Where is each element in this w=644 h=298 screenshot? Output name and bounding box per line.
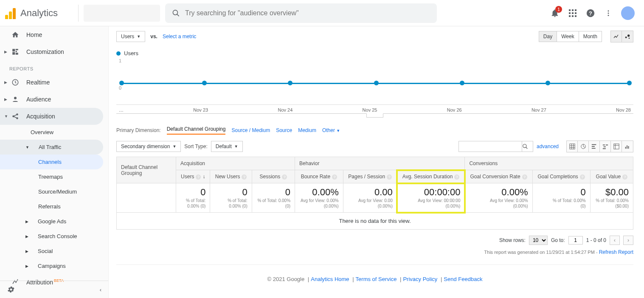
secondary-dimension-dropdown[interactable]: Secondary dimension▼ [116,141,181,152]
data-table: Default Channel Grouping Acquisition Beh… [116,157,633,213]
dim-other[interactable]: Other ▼ [322,127,340,133]
caret-icon: ▶ [4,97,8,101]
nav-channels[interactable]: Channels [0,155,103,169]
dim-source[interactable]: Source [276,127,292,133]
svg-point-15 [608,14,609,16]
svg-rect-9 [572,15,574,17]
nav-all-traffic[interactable]: ▼All Traffic [0,140,103,155]
footer-privacy[interactable]: Privacy Policy [403,276,437,282]
chart-line-button[interactable] [611,31,622,42]
nav-acquisition[interactable]: ▼ Acquisition [0,108,103,125]
logo[interactable]: Analytics [5,7,73,19]
caret-icon: ▶ [25,249,28,253]
primary-dimension-row: Primary Dimension: Default Channel Group… [116,126,633,135]
svg-rect-49 [625,147,626,149]
col-bounce-rate[interactable]: Bounce Rate? [295,170,343,183]
reports-header: REPORTS [0,60,108,74]
footer-analytics-home[interactable]: Analytics Home [311,276,349,282]
refresh-report-link[interactable]: Refresh Report [599,249,633,255]
chart-motion-button[interactable] [622,31,633,42]
next-page-button[interactable]: › [623,236,633,245]
vs-label: vs. [150,34,157,39]
col-avg-session-duration[interactable]: Avg. Session Duration? [397,170,465,183]
nav-source-medium[interactable]: Source/Medium [0,184,108,199]
col-new-users[interactable]: New Users? [210,170,252,183]
nav-referrals[interactable]: Referrals [0,199,108,214]
svg-rect-41 [591,148,595,149]
row-dimension-header[interactable]: Default Channel Grouping [117,157,176,183]
svg-line-1 [177,14,179,16]
collapse-sidebar-button[interactable]: ‹ [100,287,101,293]
caret-icon: ▶ [25,264,28,268]
svg-point-13 [608,10,609,11]
footer-terms[interactable]: Terms of Service [356,276,397,282]
col-sessions[interactable]: Sessions? [252,170,295,183]
table-search-button[interactable] [522,141,533,152]
caret-icon: ▶ [4,80,8,84]
dim-default-channel[interactable]: Default Channel Grouping [167,126,226,135]
caret-down-icon: ▼ [4,114,8,118]
gear-icon[interactable] [7,285,15,294]
nav-social[interactable]: ▶Social [0,244,108,259]
select-metric-link[interactable]: Select a metric [163,34,196,39]
view-pivot-button[interactable] [611,141,622,152]
nav-search-console[interactable]: ▶Search Console [0,229,108,244]
col-users[interactable]: Users?↓ [176,170,210,183]
users-chart[interactable]: 1 0 [116,58,633,105]
footer-feedback[interactable]: Send Feedback [444,276,482,282]
chart-resize-handle[interactable] [116,113,633,118]
user-avatar[interactable] [621,6,635,20]
more-button[interactable] [603,8,613,18]
search-input[interactable] [185,9,430,17]
svg-rect-45 [602,148,605,149]
range-week[interactable]: Week [557,31,579,42]
clock-icon [11,78,20,87]
svg-point-25 [17,118,18,119]
view-cloud-button[interactable] [622,141,633,152]
view-pie-button[interactable] [578,141,589,152]
group-acquisition: Acquisition [176,157,295,170]
svg-rect-5 [569,12,571,14]
apps-button[interactable] [568,8,578,18]
view-table-button[interactable] [567,141,578,152]
caret-down-icon: ▼ [172,144,176,149]
nav-audience[interactable]: ▶ Audience [0,91,108,108]
dim-medium[interactable]: Medium [298,127,316,133]
advanced-link[interactable]: advanced [537,143,559,149]
prev-page-button[interactable]: ‹ [610,236,620,245]
svg-line-32 [526,147,528,149]
nav-treemaps[interactable]: Treemaps [0,169,108,184]
view-performance-button[interactable] [589,141,600,152]
sidebar: Home ▶ Customization REPORTS ▶ Realtime … [0,26,109,298]
nav-realtime[interactable]: ▶ Realtime [0,74,108,91]
svg-rect-50 [627,145,627,149]
col-goal-conversion-rate[interactable]: Goal Conversion Rate? [465,170,532,183]
svg-point-24 [17,114,18,115]
nav-google-ads[interactable]: ▶Google Ads [0,214,108,229]
nav-home[interactable]: Home [0,26,108,43]
nav-campaigns[interactable]: ▶Campaigns [0,259,108,273]
sort-type-label: Sort Type: [184,143,207,149]
table-search-input[interactable] [458,141,522,152]
nav-overview[interactable]: Overview [0,125,108,140]
col-goal-value[interactable]: Goal Value? [590,170,633,183]
metric-dropdown[interactable]: Users▼ [116,31,145,42]
search-box[interactable] [165,3,437,23]
notifications-button[interactable]: 1 [550,8,560,18]
help-button[interactable]: ? [585,8,596,18]
range-month[interactable]: Month [579,31,602,42]
view-comparison-button[interactable] [600,141,611,152]
col-goal-completions[interactable]: Goal Completions? [532,170,590,183]
summary-0: 0% of Total:0.00% (0) [176,183,210,213]
range-day[interactable]: Day [539,31,557,42]
svg-rect-2 [569,9,571,11]
col-pages-session[interactable]: Pages / Session? [343,170,397,183]
dim-source-medium[interactable]: Source / Medium [231,127,270,133]
more-vert-icon [605,9,612,17]
sort-type-dropdown[interactable]: Default▼ [211,141,243,152]
caret-down-icon: ▼ [137,34,141,39]
rows-select[interactable]: 10 [529,236,548,245]
nav-customization[interactable]: ▶ Customization [0,43,108,60]
property-selector[interactable] [84,5,160,22]
goto-input[interactable] [568,236,583,245]
